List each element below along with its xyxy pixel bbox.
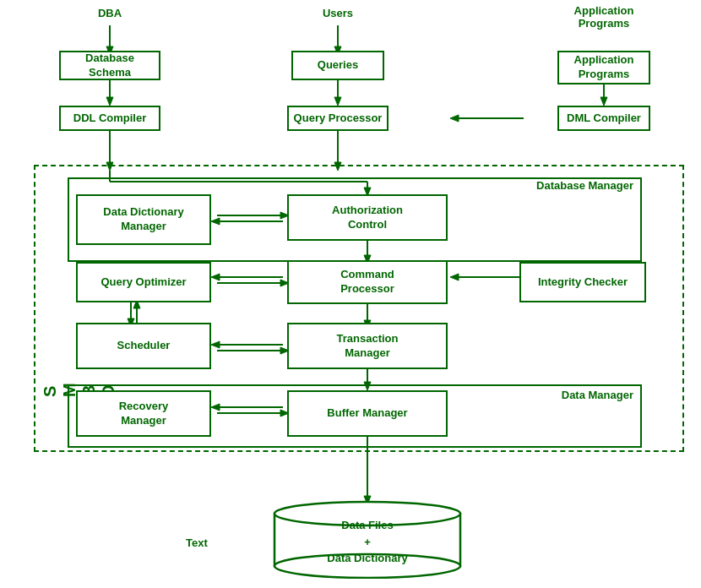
scheduler-box: Scheduler bbox=[76, 323, 211, 369]
ddl-compiler-box: DDL Compiler bbox=[59, 106, 160, 131]
buffer-manager-box: Buffer Manager bbox=[287, 390, 448, 437]
users-label: Users bbox=[317, 7, 359, 19]
db-manager-label: Database Manager bbox=[536, 179, 633, 192]
data-manager-label: Data Manager bbox=[562, 389, 633, 401]
app-programs-text: Application Programs bbox=[574, 53, 634, 82]
recovery-manager-text: Recovery Manager bbox=[119, 400, 169, 428]
command-processor-text: Command Processor bbox=[340, 268, 394, 297]
query-optimizer-box: Query Optimizer bbox=[76, 262, 211, 302]
dba-label: DBA bbox=[89, 7, 131, 19]
authorization-control-box: Authorization Control bbox=[287, 194, 448, 241]
app-programs-top-label: ApplicationPrograms bbox=[557, 4, 650, 30]
integrity-checker-box: Integrity Checker bbox=[519, 262, 646, 302]
command-processor-box: Command Processor bbox=[287, 260, 448, 304]
data-files-text: Data Files + Data Dictionary bbox=[327, 519, 407, 564]
svg-marker-3 bbox=[106, 97, 113, 106]
queries-box: Queries bbox=[291, 51, 384, 80]
dml-compiler-box: DML Compiler bbox=[557, 106, 650, 131]
auth-control-text: Authorization Control bbox=[332, 204, 403, 232]
transaction-manager-text: Transaction Manager bbox=[337, 332, 399, 361]
recovery-manager-box: Recovery Manager bbox=[76, 390, 211, 437]
text-label: Text bbox=[186, 536, 208, 549]
svg-marker-15 bbox=[600, 97, 607, 106]
data-dictionary-manager-box: Data Dictionary Manager bbox=[76, 194, 211, 245]
database-schema-box: Database Schema bbox=[59, 51, 160, 80]
query-processor-box: Query Processor bbox=[287, 106, 389, 131]
app-programs-box: Application Programs bbox=[557, 51, 650, 84]
ddm-text: Data Dictionary Manager bbox=[103, 205, 183, 234]
diagram: DBA Users ApplicationPrograms Database S… bbox=[0, 0, 701, 588]
svg-marker-13 bbox=[450, 115, 459, 122]
data-files-cylinder: Data Files + Data Dictionary bbox=[270, 498, 465, 579]
transaction-manager-box: Transaction Manager bbox=[287, 323, 448, 369]
svg-marker-9 bbox=[334, 97, 341, 106]
